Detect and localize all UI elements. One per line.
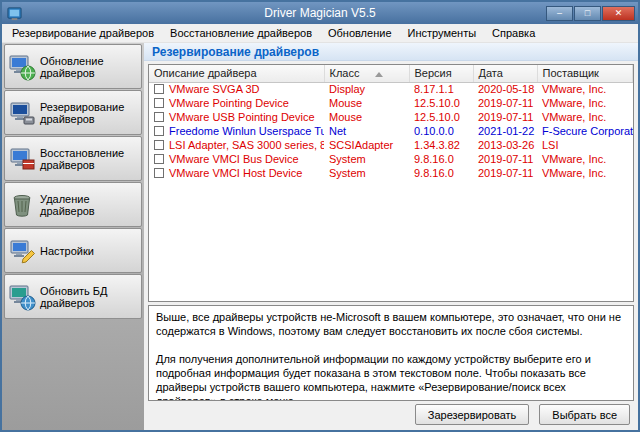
driver-description-cell: VMware SVGA 3D — [149, 82, 324, 96]
column-header-vendor[interactable]: Поставщик — [537, 65, 633, 82]
sidebar: Обновление драйверов Резервирование драй… — [2, 43, 144, 430]
menu-bar: Резервирование драйверов Восстановление … — [2, 24, 638, 43]
row-checkbox[interactable] — [154, 126, 164, 136]
driver-table-body: VMware SVGA 3DDisplay8.17.1.12020-05-18V… — [149, 82, 633, 180]
driver-table: Описание драйвера Класс Версия Дата Пост… — [149, 65, 633, 180]
restore-drivers-icon — [8, 145, 36, 173]
window-controls: – □ ✕ — [546, 6, 635, 21]
row-checkbox[interactable] — [154, 98, 164, 108]
column-header-label: Класс — [330, 67, 360, 79]
sidebar-item-label: Резервирование драйверов — [40, 101, 138, 125]
driver-class: Net — [324, 124, 409, 138]
close-icon[interactable]: ✕ — [602, 6, 635, 21]
driver-class: System — [324, 166, 409, 180]
driver-class: Display — [324, 82, 409, 96]
sidebar-item-label: Обновить БД драйверов — [40, 285, 138, 309]
row-checkbox[interactable] — [154, 168, 164, 178]
driver-date: 2019-07-11 — [473, 166, 537, 180]
driver-version: 12.5.10.0 — [409, 96, 473, 110]
sidebar-item-label: Удаление драйверов — [40, 193, 138, 217]
driver-description: VMware VMCI Host Device — [169, 167, 302, 179]
app-window: Driver Magician V5.5 – □ ✕ Резервировани… — [0, 0, 640, 432]
row-checkbox[interactable] — [154, 140, 164, 150]
driver-vendor: VMware, Inc. — [537, 152, 633, 166]
update-db-icon — [8, 283, 36, 311]
column-header-date[interactable]: Дата — [473, 65, 537, 82]
sidebar-item-restore-drivers[interactable]: Восстановление драйверов — [4, 136, 142, 181]
driver-date: 2020-05-18 — [473, 82, 537, 96]
driver-vendor: VMware, Inc. — [537, 82, 633, 96]
sidebar-item-label: Восстановление драйверов — [40, 147, 138, 171]
column-header-description[interactable]: Описание драйвера — [149, 65, 324, 82]
driver-class: System — [324, 152, 409, 166]
row-checkbox[interactable] — [154, 84, 164, 94]
row-checkbox[interactable] — [154, 112, 164, 122]
table-row[interactable]: Freedome Winlun Userspace TunnelNet0.10.… — [149, 124, 633, 138]
driver-date: 2019-07-11 — [473, 96, 537, 110]
title-bar[interactable]: Driver Magician V5.5 – □ ✕ — [2, 2, 638, 24]
table-row[interactable]: LSI Adapter, SAS 3000 series, 8-port wit… — [149, 138, 633, 152]
driver-vendor: VMware, Inc. — [537, 166, 633, 180]
table-row[interactable]: VMware VMCI Host DeviceSystem9.8.16.0201… — [149, 166, 633, 180]
driver-version: 9.8.16.0 — [409, 152, 473, 166]
table-row[interactable]: VMware Pointing DeviceMouse12.5.10.02019… — [149, 96, 633, 110]
driver-description: VMware Pointing Device — [169, 97, 289, 109]
sidebar-item-update-db[interactable]: Обновить БД драйверов — [4, 274, 142, 319]
main-panel: Резервирование драйверов Описание драйве… — [144, 43, 638, 430]
column-header-label: Версия — [415, 67, 452, 79]
menu-item-help[interactable]: Справка — [484, 25, 543, 41]
page-title: Резервирование драйверов — [144, 43, 638, 61]
select-all-button[interactable]: Выбрать все — [539, 404, 630, 425]
driver-description: Freedome Winlun Userspace Tunnel — [169, 125, 324, 137]
sidebar-item-backup-drivers[interactable]: Резервирование драйверов — [4, 90, 142, 135]
table-row[interactable]: VMware SVGA 3DDisplay8.17.1.12020-05-18V… — [149, 82, 633, 96]
sidebar-item-update-drivers[interactable]: Обновление драйверов — [4, 44, 142, 89]
driver-version: 0.10.0.0 — [409, 124, 473, 138]
backup-button[interactable]: Зарезервировать — [415, 404, 530, 425]
maximize-icon[interactable]: □ — [574, 6, 601, 21]
column-header-version[interactable]: Версия — [409, 65, 473, 82]
table-row[interactable]: VMware USB Pointing DeviceMouse12.5.10.0… — [149, 110, 633, 124]
driver-version: 8.17.1.1 — [409, 82, 473, 96]
info-paragraph-2: Для получения дополнительной информации … — [156, 352, 626, 401]
driver-description-cell: VMware Pointing Device — [149, 96, 324, 110]
table-header-row: Описание драйвера Класс Версия Дата Пост… — [149, 65, 633, 82]
driver-description: LSI Adapter, SAS 3000 series, 8-port wit… — [169, 139, 324, 151]
menu-item-update[interactable]: Обновление — [320, 25, 400, 41]
driver-class: Mouse — [324, 96, 409, 110]
sidebar-item-remove-drivers[interactable]: Удаление драйверов — [4, 182, 142, 227]
driver-class: Mouse — [324, 110, 409, 124]
driver-date: 2013-03-26 — [473, 138, 537, 152]
driver-description-cell: LSI Adapter, SAS 3000 series, 8-port wit… — [149, 138, 324, 152]
window-title: Driver Magician V5.5 — [2, 6, 638, 20]
driver-version: 1.34.3.82 — [409, 138, 473, 152]
column-header-class[interactable]: Класс — [324, 65, 409, 82]
settings-icon — [8, 237, 36, 265]
driver-vendor: LSI — [537, 138, 633, 152]
driver-vendor: VMware, Inc. — [537, 96, 633, 110]
driver-description-cell: VMware USB Pointing Device — [149, 110, 324, 124]
menu-item-restore-drivers[interactable]: Восстановление драйверов — [162, 25, 320, 41]
menu-item-tools[interactable]: Инструменты — [400, 25, 485, 41]
driver-description-cell: Freedome Winlun Userspace Tunnel — [149, 124, 324, 138]
info-paragraph-1: Выше, все драйверы устройств не-Microsof… — [156, 310, 626, 338]
driver-date: 2019-07-11 — [473, 152, 537, 166]
minimize-icon[interactable]: – — [546, 6, 573, 21]
driver-description: VMware SVGA 3D — [169, 83, 259, 95]
driver-table-container: Описание драйвера Класс Версия Дата Пост… — [148, 64, 634, 302]
column-header-label: Описание драйвера — [154, 67, 257, 79]
info-text-box: Выше, все драйверы устройств не-Microsof… — [148, 305, 634, 401]
content-area: Обновление драйверов Резервирование драй… — [2, 43, 638, 430]
driver-version: 9.8.16.0 — [409, 166, 473, 180]
menu-item-backup-drivers[interactable]: Резервирование драйверов — [4, 25, 162, 41]
column-header-label: Поставщик — [543, 67, 599, 79]
update-drivers-icon — [8, 53, 36, 81]
driver-description-cell: VMware VMCI Host Device — [149, 166, 324, 180]
table-row[interactable]: VMware VMCI Bus DeviceSystem9.8.16.02019… — [149, 152, 633, 166]
driver-vendor: VMware, Inc. — [537, 110, 633, 124]
sidebar-item-settings[interactable]: Настройки — [4, 228, 142, 273]
backup-drivers-icon — [8, 99, 36, 127]
row-checkbox[interactable] — [154, 154, 164, 164]
driver-class: SCSIAdapter — [324, 138, 409, 152]
app-icon[interactable] — [7, 6, 22, 21]
